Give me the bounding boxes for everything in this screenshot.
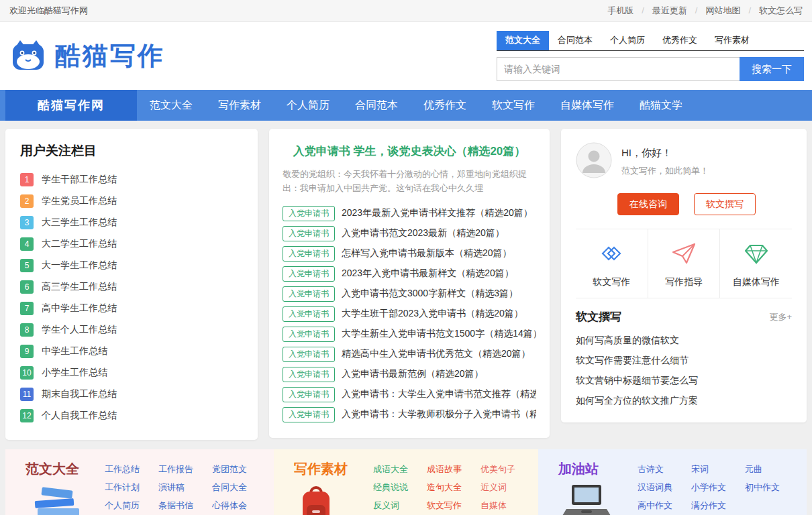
footer-link[interactable]: 个人简历 — [105, 496, 140, 514]
category-tag[interactable]: 入党申请书 — [283, 347, 335, 362]
list-item[interactable]: 9 中学生工作总结 — [20, 341, 243, 362]
service-media-writing[interactable]: 自媒体写作 — [719, 229, 792, 298]
list-item[interactable]: 11 期末自我工作总结 — [20, 384, 243, 405]
footer-link[interactable]: 软文写作 — [427, 496, 462, 514]
category-tag[interactable]: 入党申请书 — [283, 327, 335, 342]
list-item[interactable]: 7 高中学生工作总结 — [20, 298, 243, 319]
panel-title: 用户关注栏目 — [20, 142, 243, 160]
nav-item-fanwen[interactable]: 范文大全 — [137, 90, 205, 121]
article-link[interactable]: 软文营销中标题细节要怎么写 — [576, 370, 792, 390]
list-item[interactable]: 12 个人自我工作总结 — [20, 405, 243, 426]
footer-link[interactable]: 古诗文 — [638, 460, 672, 478]
nav-item-home[interactable]: 酷猫写作网 — [5, 90, 137, 121]
footer-link[interactable]: 经典说说 — [373, 478, 408, 496]
footer-link[interactable]: 工作总结 — [105, 460, 140, 478]
footer-link[interactable]: 成语故事 — [427, 460, 462, 478]
footer-link[interactable]: 满分作文 — [691, 496, 726, 514]
service-writing-guide[interactable]: 写作指导 — [648, 229, 720, 298]
list-item[interactable]: 3 大三学生工作总结 — [20, 212, 243, 233]
footer-link[interactable]: 反义词 — [373, 496, 408, 514]
books-icon — [28, 483, 105, 515]
search-button[interactable]: 搜索一下 — [740, 57, 804, 81]
article-row[interactable]: 入党申请书 大学生新生入党申请书范文1500字（精选14篇） — [283, 324, 536, 344]
nav-item-sucai[interactable]: 写作素材 — [205, 90, 274, 121]
category-tag[interactable]: 入党申请书 — [283, 407, 335, 422]
article-title: 大学生新生入党申请书范文1500字（精选14篇） — [342, 328, 536, 340]
list-item[interactable]: 10 小学生工作总结 — [20, 362, 243, 384]
list-item[interactable]: 5 大一学生工作总结 — [20, 255, 243, 276]
list-item[interactable]: 8 学生个人工作总结 — [20, 319, 243, 341]
more-link[interactable]: 更多+ — [769, 311, 792, 323]
list-item[interactable]: 4 大二学生工作总结 — [20, 233, 243, 255]
article-row[interactable]: 入党申请书 怎样写入党申请书最新版本（精选20篇） — [283, 243, 536, 264]
footer-link[interactable]: 工作报告 — [158, 460, 193, 478]
category-tag[interactable]: 入党申请书 — [283, 246, 335, 262]
footer-link[interactable]: 造句大全 — [427, 478, 462, 496]
article-row[interactable]: 入党申请书 入党申请书：大学教师积极分子入党申请书（精选 — [283, 404, 536, 424]
list-item[interactable]: 2 学生党员工作总结 — [20, 190, 243, 212]
footer-link[interactable]: 演讲稿 — [158, 478, 193, 496]
footer-link[interactable]: 汉语词典 — [638, 478, 672, 496]
footer-link[interactable]: 近义词 — [480, 478, 515, 496]
footer-link[interactable]: 心得体会 — [212, 496, 247, 514]
category-tag[interactable]: 入党申请书 — [283, 387, 335, 402]
topbar-link-mobile[interactable]: 手机版 — [607, 5, 633, 17]
nav-item-wenxue[interactable]: 酷猫文学 — [627, 90, 695, 121]
footer-link[interactable]: 高中作文 — [638, 496, 672, 514]
footer-link[interactable]: 合同大全 — [212, 478, 247, 496]
footer-link[interactable]: 条据书信 — [158, 496, 193, 514]
article-row[interactable]: 入党申请书 入党申请书最新范例（精选20篇） — [283, 364, 536, 384]
article-title: 怎样写入党申请书最新版本（精选20篇） — [342, 247, 512, 260]
footer-link[interactable]: 元曲 — [745, 460, 780, 478]
footer-link[interactable]: 党团范文 — [212, 460, 247, 478]
footer-link[interactable]: 初中作文 — [745, 478, 780, 496]
nav-item-zuowen[interactable]: 优秀作文 — [411, 90, 479, 121]
category-tag[interactable]: 入党申请书 — [283, 206, 335, 221]
footer-link[interactable]: 工作计划 — [105, 478, 140, 496]
footer-link[interactable]: 优美句子 — [480, 460, 515, 478]
search-tab-fanwen[interactable]: 范文大全 — [497, 31, 549, 50]
category-tag[interactable]: 入党申请书 — [283, 306, 335, 322]
list-item[interactable]: 6 高三学生工作总结 — [20, 276, 243, 298]
featured-title[interactable]: 入党申请书 学生，谈党史表决心（精选20篇） — [283, 144, 536, 159]
footer-link[interactable]: 宋词 — [691, 460, 726, 478]
consult-button[interactable]: 在线咨询 — [617, 193, 679, 215]
rank-badge: 11 — [20, 388, 34, 401]
article-title: 入党申请书范文3000字新样文（精选3篇） — [342, 288, 518, 300]
nav-item-ruanwen[interactable]: 软文写作 — [479, 90, 548, 121]
topbar-link-sitemap[interactable]: 网站地图 — [687, 5, 741, 17]
topbar-link-recent[interactable]: 最近更新 — [633, 5, 687, 17]
article-row[interactable]: 入党申请书 入党申请书范文2023最新（精选20篇） — [283, 223, 536, 243]
footer-link[interactable]: 小学作文 — [691, 478, 726, 496]
site-logo[interactable]: 酷猫写作 — [9, 39, 165, 74]
article-row[interactable]: 入党申请书 入党申请书：大学生入党申请书范文推荐（精选 — [283, 384, 536, 404]
nav-item-zimeiti[interactable]: 自媒体写作 — [548, 90, 627, 121]
list-item[interactable]: 1 学生干部工作总结 — [20, 169, 243, 190]
topbar-link-softtext[interactable]: 软文怎么写 — [740, 5, 803, 17]
service-shortcuts: 软文写作 写作指导 自媒体写作 — [576, 229, 792, 298]
article-link[interactable]: 如何写全方位的软文推广方案 — [576, 390, 792, 410]
search-tab-hetong[interactable]: 合同范本 — [549, 31, 601, 50]
softtext-write-button[interactable]: 软文撰写 — [694, 193, 756, 215]
footer-link[interactable]: 成语大全 — [373, 460, 408, 478]
article-row[interactable]: 入党申请书 大学生班干部2023入党申请书（精选20篇） — [283, 304, 536, 324]
search-tab-jianli[interactable]: 个人简历 — [601, 31, 654, 50]
category-tag[interactable]: 入党申请书 — [283, 286, 335, 302]
category-tag[interactable]: 入党申请书 — [283, 226, 335, 241]
category-tag[interactable]: 入党申请书 — [283, 367, 335, 382]
article-row[interactable]: 入党申请书 精选高中生入党申请书优秀范文（精选20篇） — [283, 344, 536, 364]
nav-item-hetong[interactable]: 合同范本 — [342, 90, 411, 121]
article-row[interactable]: 入党申请书 2023年入党申请书最新样文（精选20篇） — [283, 264, 536, 284]
service-softtext-writing[interactable]: 软文写作 — [576, 229, 648, 298]
nav-item-jianli[interactable]: 个人简历 — [274, 90, 342, 121]
article-link[interactable]: 软文写作需要注意什么细节 — [576, 350, 792, 370]
footer-link[interactable]: 自媒体 — [480, 496, 515, 514]
logo-text: 酷猫写作 — [55, 39, 165, 73]
search-tab-zuowen[interactable]: 优秀作文 — [654, 31, 706, 50]
article-row[interactable]: 入党申请书 入党申请书范文3000字新样文（精选3篇） — [283, 284, 536, 304]
article-link[interactable]: 如何写高质量的微信软文 — [576, 330, 792, 350]
search-tab-sucai[interactable]: 写作素材 — [706, 31, 758, 50]
category-tag[interactable]: 入党申请书 — [283, 266, 335, 282]
search-input[interactable] — [497, 57, 740, 81]
article-row[interactable]: 入党申请书 2023年最新入党申请书样文推荐（精选20篇） — [283, 203, 536, 223]
